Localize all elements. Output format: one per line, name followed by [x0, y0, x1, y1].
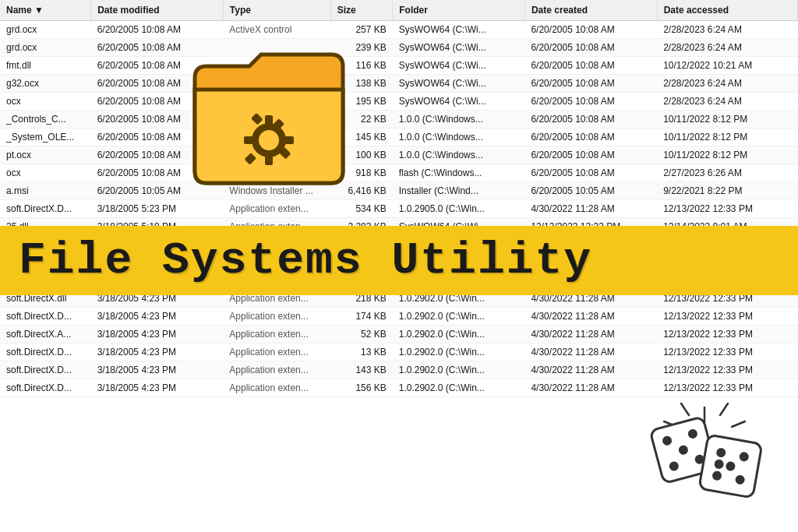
table-cell: 10/11/2022 8:12 PM	[657, 129, 797, 146]
col-header-created[interactable]: Date created	[524, 0, 657, 21]
table-cell: 6/20/2005 10:08 AM	[524, 57, 657, 75]
table-cell: 12/13/2022 12:33 PM	[657, 200, 797, 218]
table-row[interactable]: soft.DirectX.D...3/18/2005 4:23 PMApplic…	[0, 344, 798, 361]
folder-icon	[187, 39, 351, 195]
col-header-size[interactable]: Size	[330, 0, 393, 21]
table-cell: _Controls_C...	[0, 111, 91, 129]
table-cell: pt.ocx	[0, 146, 91, 164]
table-cell: ocx	[0, 164, 91, 182]
table-cell: SysWOW64 (C:\Wi...	[393, 21, 525, 39]
svg-rect-4	[284, 136, 294, 144]
svg-rect-2	[265, 115, 273, 125]
table-cell: 174 KB	[330, 308, 393, 326]
svg-line-13	[732, 421, 745, 427]
table-cell: 3/18/2005 4:23 PM	[91, 361, 224, 379]
table-cell: flash (C:\Windows...	[393, 164, 525, 182]
table-cell: 2/28/2023 6:24 AM	[657, 39, 797, 57]
table-cell: 10/11/2022 8:12 PM	[657, 146, 797, 164]
table-cell: 4/30/2022 11:28 AM	[524, 308, 657, 326]
table-row[interactable]: pt.ocx6/20/2005 10:08 AM100 KB1.0.0 (C:\…	[0, 146, 798, 164]
table-cell: 9/22/2021 8:22 PM	[657, 182, 797, 200]
table-cell: 6/20/2005 10:08 AM	[524, 164, 657, 182]
table-cell: 4/30/2022 11:28 AM	[524, 200, 657, 218]
table-row[interactable]: grd.ocx6/20/2005 10:08 AMActiveX control…	[0, 21, 798, 39]
table-row[interactable]: ocx6/20/2005 10:08 AMActiveX control918 …	[0, 164, 798, 182]
table-cell: 4/30/2022 11:28 AM	[524, 326, 657, 344]
table-cell: 1.0.0 (C:\Windows...	[393, 111, 525, 129]
table-row[interactable]: fmt.dll6/20/2005 10:08 AM116 KBSysWOW64 …	[0, 57, 798, 75]
table-cell: SysWOW64 (C:\Wi...	[393, 75, 525, 93]
table-cell: 1.0.2905.0 (C:\Win...	[393, 200, 525, 218]
table-cell: soft.DirectX.D...	[0, 308, 91, 326]
col-header-modified[interactable]: Date modified	[91, 0, 224, 21]
table-cell: Application exten...	[223, 344, 330, 361]
table-cell: 6/20/2005 10:08 AM	[524, 21, 657, 39]
table-cell: Installer (C:\Wind...	[393, 182, 525, 200]
col-header-accessed[interactable]: Date accessed	[657, 0, 797, 21]
table-header-row: Name ▼ Date modified Type Size Folder Da…	[0, 0, 798, 21]
table-cell: grd.ocx	[0, 39, 91, 57]
svg-line-11	[720, 403, 728, 415]
table-cell: soft.DirectX.D...	[0, 200, 91, 218]
table-cell: a.msi	[0, 182, 91, 200]
table-cell: 3/18/2005 4:23 PM	[91, 379, 224, 397]
table-row[interactable]: soft.DirectX.A...3/18/2005 4:23 PMApplic…	[0, 326, 798, 344]
table-cell: SysWOW64 (C:\Wi...	[393, 93, 525, 111]
table-cell: 3/18/2005 4:23 PM	[91, 308, 224, 326]
table-cell: soft.DirectX.D...	[0, 379, 91, 397]
table-row[interactable]: g32.ocx6/20/2005 10:08 AM138 KBSysWOW64 …	[0, 75, 798, 93]
table-cell: 10/12/2022 10:21 AM	[657, 57, 797, 75]
table-row[interactable]: _Controls_C...6/20/2005 10:08 AM22 KB1.0…	[0, 111, 798, 129]
table-cell: 2/27/2023 6:26 AM	[657, 164, 797, 182]
table-cell: ActiveX control	[223, 21, 330, 39]
table-cell: 2/28/2023 6:24 AM	[657, 93, 797, 111]
table-row[interactable]: grd.ocx6/20/2005 10:08 AM239 KBSysWOW64 …	[0, 39, 798, 57]
table-cell: 1.0.0 (C:\Windows...	[393, 146, 525, 164]
table-cell: 3/18/2005 4:23 PM	[91, 326, 224, 344]
table-cell: 6/20/2005 10:08 AM	[524, 75, 657, 93]
svg-line-12	[681, 403, 689, 415]
table-cell: 12/13/2022 12:33 PM	[657, 326, 797, 344]
table-cell: 143 KB	[330, 361, 393, 379]
table-row[interactable]: _System_OLE...6/20/2005 10:08 AM145 KB1.…	[0, 129, 798, 146]
table-cell: soft.DirectX.D...	[0, 361, 91, 379]
table-cell: soft.DirectX.A...	[0, 326, 91, 344]
table-cell: Application exten...	[223, 379, 330, 397]
table-cell: Application exten...	[223, 361, 330, 379]
table-cell: 1.0.2902.0 (C:\Win...	[393, 379, 525, 397]
table-cell: 534 KB	[330, 200, 393, 218]
table-cell: 1.0.2902.0 (C:\Win...	[393, 308, 525, 326]
table-cell: 6/20/2005 10:08 AM	[524, 93, 657, 111]
table-cell: 6/20/2005 10:08 AM	[524, 129, 657, 146]
table-cell: 1.0.2902.0 (C:\Win...	[393, 344, 525, 361]
table-cell: 1.0.0 (C:\Windows...	[393, 129, 525, 146]
table-cell: 3/18/2005 4:23 PM	[91, 344, 224, 361]
table-cell: 52 KB	[330, 326, 393, 344]
table-cell: Application exten...	[223, 308, 330, 326]
table-cell: Application exten...	[223, 200, 330, 218]
banner-title: File Systems Utility	[19, 235, 592, 286]
table-cell: 6/20/2005 10:08 AM	[524, 146, 657, 164]
file-table: Name ▼ Date modified Type Size Folder Da…	[0, 0, 798, 397]
table-cell: 10/11/2022 8:12 PM	[657, 111, 797, 129]
table-row[interactable]: a.msi6/20/2005 10:05 AMWindows Installer…	[0, 182, 798, 200]
table-cell: 2/28/2023 6:24 AM	[657, 21, 797, 39]
table-cell: 1.0.2902.0 (C:\Win...	[393, 326, 525, 344]
table-row[interactable]: soft.DirectX.D...3/18/2005 5:23 PMApplic…	[0, 200, 798, 218]
table-cell: 12/13/2022 12:33 PM	[657, 344, 797, 361]
table-cell: SysWOW64 (C:\Wi...	[393, 39, 525, 57]
table-cell: 1.0.2902.0 (C:\Win...	[393, 361, 525, 379]
table-cell: SysWOW64 (C:\Wi...	[393, 57, 525, 75]
table-cell: 6/20/2005 10:08 AM	[91, 21, 224, 39]
table-cell: soft.DirectX.D...	[0, 344, 91, 361]
col-header-name[interactable]: Name ▼	[0, 0, 91, 21]
table-row[interactable]: soft.DirectX.D...3/18/2005 4:23 PMApplic…	[0, 308, 798, 326]
table-row[interactable]: ocx6/20/2005 10:08 AM195 KBSysWOW64 (C:\…	[0, 93, 798, 111]
svg-point-1	[259, 130, 279, 150]
table-cell: 6/20/2005 10:08 AM	[524, 39, 657, 57]
table-cell: 12/13/2022 12:33 PM	[657, 308, 797, 326]
table-cell: grd.ocx	[0, 21, 91, 39]
table-cell: ocx	[0, 93, 91, 111]
col-header-folder[interactable]: Folder	[393, 0, 525, 21]
col-header-type[interactable]: Type	[223, 0, 330, 21]
